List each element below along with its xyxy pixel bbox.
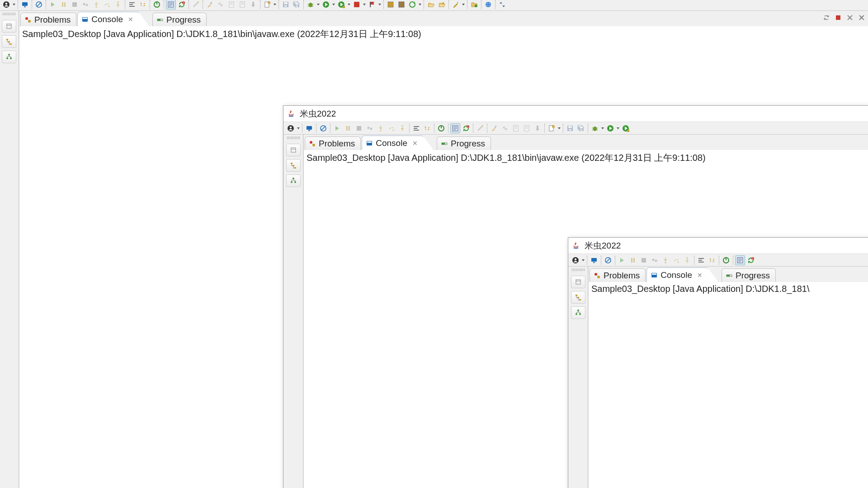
folder-star-icon[interactable] (437, 0, 447, 9)
run-ext-icon[interactable] (621, 123, 631, 133)
dropdown-icon[interactable] (331, 0, 336, 9)
close-icon[interactable]: ✕ (697, 272, 703, 278)
console-output[interactable]: Sample03_Desktop [Java Application] D:\J… (589, 282, 868, 488)
window-titlebar[interactable]: 米虫2022 (283, 106, 868, 122)
monitor-icon[interactable] (20, 0, 30, 9)
debug-icon[interactable] (590, 123, 600, 133)
dropdown-icon[interactable] (347, 0, 351, 9)
step-over-icon[interactable] (102, 0, 112, 9)
tab-console[interactable]: Console ✕ (77, 12, 140, 26)
doc-icon[interactable] (511, 123, 521, 133)
box2-icon[interactable] (396, 0, 406, 9)
step-return-icon[interactable] (682, 255, 692, 265)
monitor-icon[interactable] (304, 123, 314, 133)
disconnect-icon[interactable] (365, 123, 375, 133)
remove-launch-icon[interactable] (845, 13, 855, 23)
pause-icon[interactable] (59, 0, 69, 9)
disconnect-icon[interactable] (650, 255, 660, 265)
power-icon[interactable] (152, 0, 162, 9)
dropdown-icon[interactable] (12, 0, 16, 9)
step-into-icon[interactable] (376, 123, 386, 133)
minimize-view-button[interactable] (571, 276, 585, 288)
edit-icon[interactable] (450, 123, 460, 133)
folder-green-icon[interactable] (469, 0, 479, 9)
wizard-icon[interactable] (475, 123, 485, 133)
terminate-icon[interactable] (70, 0, 80, 9)
skip-breakpoints-icon[interactable] (34, 0, 44, 9)
stop-red-icon[interactable] (352, 0, 362, 9)
pen-icon[interactable] (451, 0, 461, 9)
save-all-icon[interactable] (292, 0, 302, 9)
power-icon[interactable] (721, 255, 731, 265)
tab-progress[interactable]: Progress (722, 268, 776, 282)
doc2-icon[interactable] (522, 123, 532, 133)
tab-problems[interactable]: Problems (305, 136, 361, 150)
dropdown-icon[interactable] (616, 123, 620, 133)
pause-icon[interactable] (343, 123, 353, 133)
step-over-icon[interactable] (387, 123, 396, 133)
globe-icon[interactable] (483, 0, 493, 9)
window-titlebar[interactable]: 米虫2022 (568, 238, 868, 254)
link-icon[interactable] (500, 123, 510, 133)
power-icon[interactable] (436, 123, 446, 133)
disconnect-icon[interactable] (80, 0, 90, 9)
refresh-badge-icon[interactable] (746, 255, 756, 265)
pin-icon[interactable] (533, 123, 542, 133)
box1-icon[interactable] (386, 0, 396, 9)
edit-icon[interactable] (735, 255, 745, 265)
link-icon[interactable] (216, 0, 226, 9)
terminate-icon[interactable] (354, 123, 364, 133)
hierarchy-view-button[interactable] (571, 306, 585, 319)
dropdown-icon[interactable] (316, 0, 321, 9)
minimize-view-button[interactable] (286, 144, 301, 156)
remove-all-icon[interactable] (857, 13, 867, 23)
pause-icon[interactable] (628, 255, 638, 265)
pin-icon[interactable] (248, 0, 258, 9)
hierarchy-view-button[interactable] (2, 51, 16, 63)
align-icon[interactable] (127, 0, 137, 9)
edit-icon[interactable] (166, 0, 176, 9)
user-icon[interactable] (571, 255, 580, 265)
folder-open-icon[interactable] (426, 0, 436, 9)
step-into-icon[interactable] (660, 255, 670, 265)
skip-breakpoints-icon[interactable] (318, 123, 328, 133)
terminate-icon[interactable] (833, 13, 843, 23)
align-icon[interactable] (411, 123, 421, 133)
align-icon[interactable] (696, 255, 706, 265)
step-into-icon[interactable] (91, 0, 101, 9)
dropdown-icon[interactable] (377, 0, 382, 9)
wizard-icon[interactable] (191, 0, 201, 9)
step-over-icon[interactable] (671, 255, 681, 265)
skip-breakpoints-icon[interactable] (603, 255, 613, 265)
dropdown-icon[interactable] (362, 0, 367, 9)
hierarchy-view-button[interactable] (286, 174, 301, 187)
new-file-icon[interactable] (262, 0, 272, 9)
terminate-icon[interactable] (639, 255, 649, 265)
refresh-badge-icon[interactable] (177, 0, 187, 9)
run-icon[interactable] (321, 0, 331, 9)
save-icon[interactable] (281, 0, 291, 9)
tab-console[interactable]: Console ✕ (646, 267, 709, 282)
doc2-icon[interactable] (237, 0, 247, 9)
tab-progress[interactable]: Progress (437, 136, 491, 150)
step-return-icon[interactable] (113, 0, 123, 9)
dropdown-icon[interactable] (296, 123, 301, 133)
updown-icon[interactable] (497, 0, 507, 9)
tab-problems[interactable]: Problems (20, 13, 76, 26)
step-return-icon[interactable] (397, 123, 407, 133)
tab-problems[interactable]: Problems (590, 268, 646, 282)
user-icon[interactable] (286, 123, 296, 133)
resume-icon[interactable] (332, 123, 342, 133)
sort-icon[interactable] (707, 255, 717, 265)
dropdown-icon[interactable] (418, 0, 422, 9)
tab-progress[interactable]: Progress (152, 13, 207, 26)
brush-icon[interactable] (205, 0, 215, 9)
tab-console[interactable]: Console ✕ (362, 136, 424, 150)
sort-icon[interactable] (422, 123, 432, 133)
brush-icon[interactable] (489, 123, 499, 133)
close-icon[interactable]: ✕ (127, 16, 134, 23)
tree-view-button[interactable] (571, 291, 585, 304)
run-icon[interactable] (605, 123, 615, 133)
close-icon[interactable]: ✕ (412, 140, 418, 146)
dropdown-icon[interactable] (273, 0, 277, 9)
